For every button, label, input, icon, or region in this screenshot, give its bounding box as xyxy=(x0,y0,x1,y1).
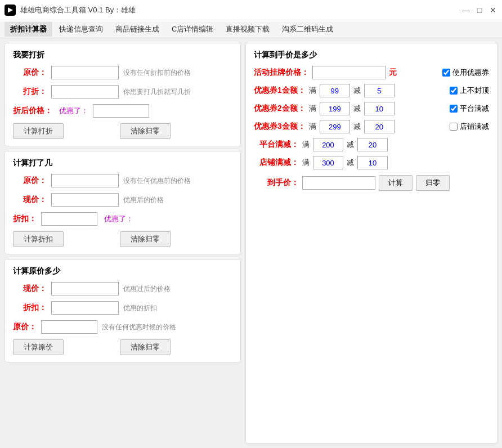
right-title: 计算到手价是多少 xyxy=(254,50,489,60)
s3-discount-input[interactable] xyxy=(51,301,119,315)
s2-discount-label: 折扣： xyxy=(13,214,37,224)
app-title: 雄雄电商综合工具箱 V0.1 By：雄雄 xyxy=(20,5,136,15)
s3-current-price-label: 现价： xyxy=(13,284,47,294)
s2-current-price-hint: 优惠后的价格 xyxy=(123,195,164,205)
coupon3-jian: 减 xyxy=(353,122,361,132)
maximize-button[interactable]: □ xyxy=(475,6,484,15)
minimize-button[interactable]: — xyxy=(461,6,470,15)
s3-calc-btn[interactable]: 计算原价 xyxy=(13,339,64,355)
s3-discount-label: 折扣： xyxy=(13,303,47,313)
coupon2-label: 优惠券2金额： xyxy=(254,104,306,114)
activity-price-row: 活动挂牌价格： 元 使用优惠券 xyxy=(254,66,489,79)
s1-discount-row: 打折： 你想要打几折就写几折 xyxy=(13,85,232,98)
coupon3-row: 优惠券3金额： 满 减 店铺满减 xyxy=(254,120,489,133)
section-calc-original: 计算原价多少 现价： 优惠过后的价格 折扣： 优惠的折扣 原价： 没有任何优惠时… xyxy=(5,259,241,362)
section-calc-discount: 计算打了几 原价： 没有任何优惠前的价格 现价： 优惠后的价格 折扣： 优惠了：… xyxy=(5,151,241,254)
platform-jian-input[interactable] xyxy=(357,138,388,151)
title-bar-left: ▶ 雄雄电商综合工具箱 V0.1 By：雄雄 xyxy=(5,5,136,16)
s1-after-discount-row: 折后价格： 优惠了： xyxy=(13,104,232,118)
s2-original-price-row: 原价： 没有任何优惠前的价格 xyxy=(13,174,232,187)
platform-manjian-label: 平台满减 xyxy=(460,104,489,114)
final-price-label: 到手价： xyxy=(254,178,299,188)
s3-original-price-label: 原价： xyxy=(13,322,37,332)
s1-discount-input[interactable] xyxy=(51,85,119,98)
menu-live-video[interactable]: 直播视频下载 xyxy=(220,22,275,37)
shop-manjian-checkbox[interactable] xyxy=(450,123,458,131)
coupon2-jian: 减 xyxy=(353,104,361,114)
shop-disc-label: 店铺满减： xyxy=(254,158,299,168)
checkbox-group: 使用优惠券 xyxy=(442,68,489,78)
s1-original-price-row: 原价： 没有任何折扣前的价格 xyxy=(13,66,232,79)
final-price-row: 到手价： 计算 归零 xyxy=(254,175,489,191)
section2-title: 计算打了几 xyxy=(13,158,232,168)
use-youhui-checkbox[interactable] xyxy=(442,69,450,77)
platform-manjian-row: 平台满减 xyxy=(450,104,489,114)
section3-title: 计算原价多少 xyxy=(13,266,232,276)
menu-product-link[interactable]: 商品链接生成 xyxy=(110,22,165,37)
shangbufengding-label: 上不封顶 xyxy=(460,86,489,96)
coupon2-man-input[interactable] xyxy=(320,102,350,115)
app-icon: ▶ xyxy=(5,5,16,16)
s1-youhui-label: 优惠了： xyxy=(59,106,88,116)
menu-express-info[interactable]: 快递信息查询 xyxy=(53,22,109,37)
close-button[interactable]: ✕ xyxy=(488,6,497,15)
right-clear-btn[interactable]: 归零 xyxy=(416,175,450,191)
shangbufengding-group: 上不封顶 xyxy=(450,86,489,96)
s2-youhui-label: 优惠了： xyxy=(104,214,133,224)
right-panel: 计算到手价是多少 活动挂牌价格： 元 使用优惠券 优惠券1金额： 满 xyxy=(245,43,497,443)
shop-man-input[interactable] xyxy=(313,156,343,169)
activity-price-input[interactable] xyxy=(312,66,386,79)
yuan-label: 元 xyxy=(389,68,397,78)
coupon3-man-input[interactable] xyxy=(320,120,350,133)
right-calc-btn[interactable]: 计算 xyxy=(379,175,413,191)
coupon1-jian-input[interactable] xyxy=(364,84,395,97)
s1-after-discount-label: 折后价格： xyxy=(13,106,52,116)
s3-original-price-hint: 没有任何优惠时候的价格 xyxy=(102,322,176,332)
coupon1-label: 优惠券1金额： xyxy=(254,86,306,96)
s1-discount-hint: 你想要打几折就写几折 xyxy=(123,87,191,97)
use-youhui-label: 使用优惠券 xyxy=(452,68,489,78)
final-price-input[interactable] xyxy=(302,176,375,190)
right-card: 计算到手价是多少 活动挂牌价格： 元 使用优惠券 优惠券1金额： 满 xyxy=(245,43,497,443)
shop-jian-input[interactable] xyxy=(357,156,388,169)
shangbufengding-checkbox[interactable] xyxy=(450,87,458,95)
s1-original-price-label: 原价： xyxy=(13,68,47,78)
shangbufengding-row: 上不封顶 xyxy=(450,86,489,96)
platform-man-input[interactable] xyxy=(313,138,343,151)
coupon3-man: 满 xyxy=(309,122,316,132)
s1-clear-btn[interactable]: 清除归零 xyxy=(120,123,171,139)
menu-cshop-edit[interactable]: C店详情编辑 xyxy=(166,22,219,37)
shop-disc-row: 店铺满减： 满 减 xyxy=(254,156,489,169)
s1-calc-btn[interactable]: 计算打折 xyxy=(13,123,64,139)
s3-original-price-result-input[interactable] xyxy=(41,320,97,334)
s2-discount-result-input[interactable] xyxy=(41,212,97,226)
platform-disc-label: 平台满减： xyxy=(254,140,299,150)
s2-clear-btn[interactable]: 清除归零 xyxy=(120,231,171,247)
s3-current-price-input[interactable] xyxy=(51,282,119,295)
s3-discount-row: 折扣： 优惠的折扣 xyxy=(13,301,232,315)
menu-discount-calc[interactable]: 折扣计算器 xyxy=(5,22,52,37)
s3-current-price-row: 现价： 优惠过后的价格 xyxy=(13,282,232,295)
left-panel: 我要打折 原价： 没有任何折扣前的价格 打折： 你想要打几折就写几折 折后价格：… xyxy=(5,43,241,443)
main-content: 我要打折 原价： 没有任何折扣前的价格 打折： 你想要打几折就写几折 折后价格：… xyxy=(0,38,502,448)
coupon1-man-input[interactable] xyxy=(320,84,350,97)
platform-disc-row: 平台满减： 满 减 xyxy=(254,138,489,151)
coupon2-jian-input[interactable] xyxy=(364,102,395,115)
s2-btn-row: 计算折扣 清除归零 xyxy=(13,231,232,247)
coupon2-row: 优惠券2金额： 满 减 平台满减 xyxy=(254,102,489,115)
s2-original-price-input[interactable] xyxy=(51,174,119,187)
s1-original-price-hint: 没有任何折扣前的价格 xyxy=(123,68,191,78)
s1-after-discount-input[interactable] xyxy=(93,104,149,118)
s3-discount-hint: 优惠的折扣 xyxy=(123,303,157,313)
s2-calc-btn[interactable]: 计算折扣 xyxy=(13,231,64,247)
s3-clear-btn[interactable]: 清除归零 xyxy=(120,339,171,355)
s1-original-price-input[interactable] xyxy=(51,66,119,79)
menu-taobao-qr[interactable]: 淘系二维码生成 xyxy=(276,22,339,37)
s2-current-price-input[interactable] xyxy=(51,193,119,207)
coupon3-jian-input[interactable] xyxy=(364,120,395,133)
activity-price-label: 活动挂牌价格： xyxy=(254,68,309,78)
s1-discount-label: 打折： xyxy=(13,87,47,97)
s3-current-price-hint: 优惠过后的价格 xyxy=(123,284,171,294)
platform-manjian-checkbox[interactable] xyxy=(450,105,458,113)
s2-current-price-label: 现价： xyxy=(13,195,47,205)
